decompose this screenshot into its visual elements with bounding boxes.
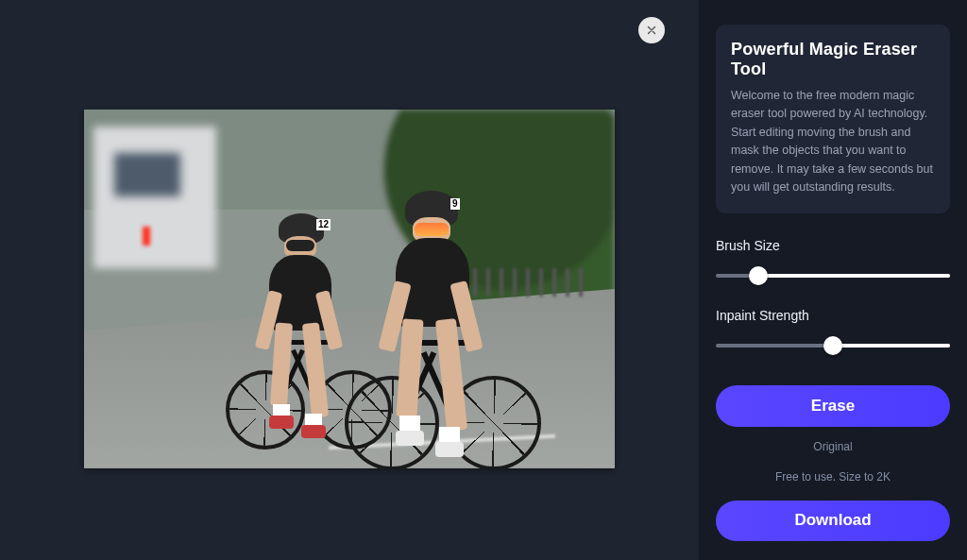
original-toggle[interactable]: Original xyxy=(716,440,950,453)
inpaint-strength-thumb[interactable] xyxy=(823,336,842,355)
controls-sidebar: Powerful Magic Eraser Tool Welcome to th… xyxy=(699,0,967,560)
info-title: Powerful Magic Eraser Tool xyxy=(731,40,935,79)
brush-size-control: Brush Size xyxy=(716,238,950,283)
cyclist-front: 9 xyxy=(367,191,547,465)
info-card: Powerful Magic Eraser Tool Welcome to th… xyxy=(716,25,950,213)
canvas-area: 12 9 xyxy=(0,0,699,560)
bib-back: 12 xyxy=(316,219,331,230)
close-button[interactable] xyxy=(638,17,665,43)
brush-size-thumb[interactable] xyxy=(749,266,768,285)
erase-button[interactable]: Erase xyxy=(716,385,950,426)
brush-size-slider[interactable] xyxy=(716,268,950,283)
close-icon xyxy=(645,24,658,37)
download-button[interactable]: Download xyxy=(716,501,950,541)
inpaint-strength-label: Inpaint Strength xyxy=(716,308,950,323)
inpaint-strength-slider[interactable] xyxy=(716,338,950,353)
free-use-text: Free to use. Size to 2K xyxy=(716,470,950,484)
editing-image[interactable]: 12 9 xyxy=(84,110,615,468)
brush-size-label: Brush Size xyxy=(716,238,950,253)
bib-front: 9 xyxy=(450,198,460,210)
info-description: Welcome to the free modern magic eraser … xyxy=(731,87,935,196)
inpaint-strength-control: Inpaint Strength xyxy=(716,308,950,353)
